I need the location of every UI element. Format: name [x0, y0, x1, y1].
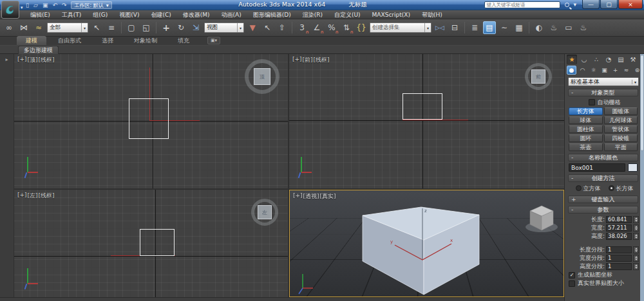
height-segs-spinner[interactable] — [633, 263, 639, 270]
viewport-shading-button[interactable]: [真实] — [320, 192, 336, 201]
command-panel-scrollbar[interactable] — [640, 54, 644, 301]
schematic-view-icon[interactable]: ▦ — [513, 21, 526, 34]
motion-tab-icon[interactable]: ◔ — [603, 55, 614, 64]
spacewarps-category-icon[interactable]: ≈ — [621, 66, 631, 75]
viewport-top[interactable]: [+] [顶] [线框] 顶 — [14, 54, 288, 188]
hierarchy-tab-icon[interactable]: ∴ — [591, 55, 601, 64]
window-crossing-icon[interactable]: ◱ — [140, 21, 153, 34]
shapes-category-icon[interactable]: ◠ — [578, 66, 587, 75]
infocenter-search-input[interactable] — [484, 1, 560, 8]
box-radio-option[interactable]: 长方体 — [609, 185, 634, 193]
geometry-category-icon[interactable]: ● — [567, 66, 576, 75]
cameras-category-icon[interactable]: ▣ — [600, 66, 609, 75]
tube-button[interactable]: 管状体 — [604, 125, 638, 133]
application-menu-chevron-icon[interactable]: ▾ — [21, 5, 23, 10]
named-selection-sets-dropdown[interactable]: 创建选择集 ▾ — [370, 23, 431, 33]
viewport-perspective-active[interactable]: [+] [透视] [真实] — [289, 190, 564, 297]
viewport-left[interactable]: [+] [左] [线框] 左 — [14, 190, 288, 297]
workspace-selector[interactable]: 工作区: 默认 ▾ — [71, 1, 111, 9]
open-file-icon[interactable]: ▱ — [33, 2, 38, 8]
viewport-shading-button[interactable]: [线框] — [39, 56, 55, 64]
percent-snap-toggle-icon[interactable]: %∩ — [325, 21, 338, 34]
object-type-rollout-header[interactable]: - 对象类型 — [568, 89, 638, 96]
generate-mapping-coords-checkbox[interactable]: ✓ — [569, 272, 575, 278]
viewcube[interactable] — [526, 206, 558, 232]
length-input[interactable]: 60.841 — [606, 216, 632, 223]
rectangular-selection-region-icon[interactable]: ▢ — [125, 21, 138, 34]
render-production-icon[interactable]: ♨ — [577, 21, 590, 34]
toggle-ribbon-icon[interactable]: ▤ — [483, 21, 496, 34]
viewport-menu-button[interactable]: [+] — [293, 192, 303, 201]
object-color-swatch[interactable] — [628, 163, 638, 172]
viewport-shading-button[interactable]: [线框] — [314, 56, 330, 64]
redo-icon[interactable]: ↷ — [62, 2, 67, 8]
undo-icon[interactable]: ↶ — [52, 2, 57, 8]
manage-layers-icon[interactable]: ≣ — [468, 21, 481, 34]
select-and-move-icon[interactable]: + — [160, 21, 173, 34]
length-segs-spinner[interactable] — [633, 246, 639, 253]
select-and-link-icon[interactable]: ∞ — [3, 21, 15, 34]
new-scene-icon[interactable]: ▯ — [26, 2, 29, 8]
maximize-button[interactable]: ▢ — [600, 0, 618, 9]
teapot-button[interactable]: 茶壶 — [569, 143, 603, 151]
object-name-field[interactable]: Box001 — [569, 163, 625, 172]
use-pivot-point-center-icon[interactable]: ▼ — [246, 21, 259, 34]
menu-group[interactable]: 组(G) — [87, 10, 113, 19]
width-input[interactable]: 57.211 — [606, 224, 632, 232]
helpers-category-icon[interactable]: + — [611, 66, 620, 75]
viewcube[interactable]: 顶 — [245, 59, 279, 94]
display-tab-icon[interactable]: ▤ — [616, 55, 626, 64]
height-segs-input[interactable]: 1 — [606, 263, 632, 270]
viewport-name-button[interactable]: [左] — [28, 192, 38, 200]
ribbon-tab-modeling[interactable]: 建模 — [17, 36, 46, 45]
menu-maxscript[interactable]: MAXScript(X) — [366, 10, 416, 19]
select-and-scale-icon[interactable]: ⇲ — [189, 21, 202, 34]
cylinder-button[interactable]: 圆柱体 — [569, 125, 603, 133]
angle-snap-toggle-icon[interactable]: ∠∩ — [310, 21, 323, 34]
box-object-wireframe[interactable] — [140, 229, 175, 256]
select-object-icon[interactable]: ↖ — [90, 21, 103, 34]
plane-button[interactable]: 平面 — [604, 143, 638, 151]
pyramid-button[interactable]: 四棱锥 — [604, 134, 638, 142]
menu-help[interactable]: 帮助(H) — [416, 10, 448, 19]
viewport-name-button[interactable]: [前] — [303, 56, 313, 64]
menu-views[interactable]: 视图(V) — [113, 10, 145, 19]
menu-rendering[interactable]: 渲染(R) — [297, 10, 328, 19]
width-segs-spinner[interactable] — [633, 255, 639, 262]
align-icon[interactable]: ⊟ — [448, 21, 461, 34]
box-object-wireframe[interactable] — [129, 98, 169, 139]
viewport-name-button[interactable]: [透视] — [303, 192, 319, 201]
cone-button[interactable]: 圆锥体 — [604, 107, 638, 115]
name-color-rollout-header[interactable]: - 名称和颜色 — [568, 154, 638, 161]
menu-create[interactable]: 创建(C) — [145, 10, 176, 19]
lights-category-icon[interactable]: ☼ — [589, 66, 598, 75]
sphere-button[interactable]: 球体 — [569, 116, 603, 124]
ribbon-tab-freeform[interactable]: 自由形式 — [49, 36, 90, 45]
menu-modifiers[interactable]: 修改器(M) — [177, 10, 216, 19]
material-editor-icon[interactable]: ◐ — [533, 21, 545, 34]
bind-to-space-warp-icon[interactable]: ≈ — [32, 21, 45, 34]
width-spinner[interactable] — [633, 224, 639, 232]
menu-graph-editors[interactable]: 图形编辑器(D) — [247, 10, 297, 19]
snap-toggle-3d-icon[interactable]: 3∩ — [296, 21, 308, 34]
spinner-snap-toggle-icon[interactable]: ⇅∩ — [340, 21, 353, 34]
select-by-name-icon[interactable]: ≡ — [105, 21, 118, 34]
box-button[interactable]: 长方体 — [569, 107, 603, 115]
box-object-wireframe[interactable] — [402, 93, 442, 120]
ribbon-tab-selection[interactable]: 选择 — [93, 36, 122, 45]
torus-button[interactable]: 圆环 — [569, 134, 603, 142]
viewport-menu-button[interactable]: [+] — [17, 192, 27, 200]
keyboard-shortcut-override-icon[interactable]: ⇧ — [276, 21, 289, 34]
length-spinner[interactable] — [633, 216, 639, 223]
viewcube-face[interactable]: 顶 — [254, 68, 270, 85]
unlink-selection-icon[interactable]: ⋈ — [17, 21, 30, 34]
viewport-shading-button[interactable]: [线框] — [39, 192, 55, 200]
selection-filter-dropdown[interactable]: 全部 ▾ — [47, 23, 88, 33]
curve-editor-icon[interactable]: ∼ — [498, 21, 511, 34]
viewport-layout-tabs-icon[interactable]: ▸ — [0, 57, 14, 62]
rendered-frame-window-icon[interactable]: ▭ — [562, 21, 575, 34]
viewport-name-button[interactable]: [顶] — [28, 56, 38, 64]
cube-radio-option[interactable]: 立方体 — [576, 185, 601, 193]
ribbon-tab-populate[interactable]: 填充 — [169, 36, 198, 45]
menu-animation[interactable]: 动画(A) — [216, 10, 247, 19]
